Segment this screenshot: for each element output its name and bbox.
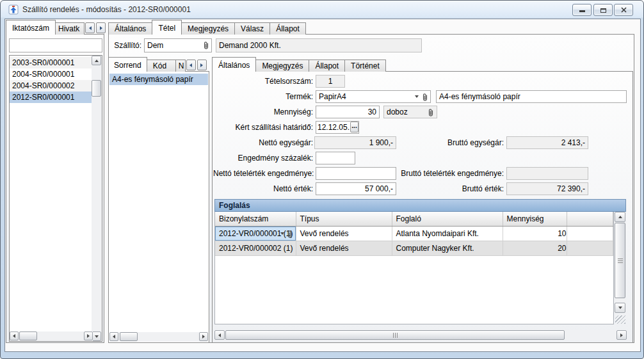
item-tab-scroll-right-button[interactable] [197,60,207,70]
scroll-right-button[interactable] [84,331,93,340]
detail-tab-megjegyzes[interactable]: Megjegyzés [255,60,309,72]
netto-ertek-label: Nettó érték: [213,182,313,195]
hatarido-wrap: ... [316,121,359,134]
col-empty [567,212,613,226]
attachment-icon[interactable] [287,230,293,239]
table-row[interactable]: 2012-VR0/000001 (1) Vevő rendelés Atlant… [215,226,613,241]
dropdown-icon [280,232,284,235]
termek-combo[interactable]: PapirA4 [316,90,431,103]
mennyiseg-cell[interactable]: 10 [503,226,567,241]
detail-tab-altalanos[interactable]: Általános [212,57,256,72]
netto-egysegar-field: 1 900,- [314,136,396,149]
tab-nev[interactable]: N [175,60,186,72]
arrow-down-icon [618,307,622,309]
left-list-hscrollbar [10,331,93,341]
left-panel: 2003-SR0/000001 2004-SR0/000001 2004-SR0… [6,34,104,343]
hatarido-label: Kért szállítási határidő: [213,121,313,134]
scroll-left-button[interactable] [214,330,225,340]
attachment-icon[interactable] [428,108,434,117]
foglalo-cell[interactable]: Computer Nagyker Kft. [392,241,503,255]
scroll-down-button[interactable] [615,303,625,313]
tab-iktatoszam[interactable]: Iktatószám [6,20,56,35]
netto-tetelertek-input[interactable] [316,167,396,180]
brutto-egysegar-label: Bruttó egységár: [385,136,504,149]
title-bar: Szállító rendelés - módosítás - 2012-SR0… [1,1,643,19]
mennyiseg-input[interactable] [316,106,380,118]
tipus-cell[interactable]: Vevő rendelés [296,226,392,241]
scroll-up-button[interactable] [615,212,625,222]
detail-hscrollbar [214,330,627,340]
tab-tetel[interactable]: Tétel [152,20,182,35]
arrow-left-icon [218,333,221,337]
tab-valasz[interactable]: Válasz [234,22,270,35]
resize-grip[interactable] [615,315,625,324]
vscroll-thumb[interactable] [615,223,625,298]
scroll-right-button[interactable] [616,330,627,340]
empty-cell [567,226,613,241]
supplier-code-input[interactable] [144,38,212,52]
col-bizonylatszam[interactable]: Bizonylatszám [215,212,296,226]
hscroll-thumb[interactable] [19,331,37,340]
brutto-ertek-label: Bruttó érték: [385,182,504,195]
bizonylatszam-cell-editor[interactable]: 2012-VR0/000001 (1) [215,226,296,241]
tab-sorrend[interactable]: Sorrend [108,57,147,72]
iktatoszam-filter-input[interactable] [9,38,102,52]
brutto-ertek-field: 72 390,- [506,182,588,195]
list-item-selected[interactable]: 2012-SR0/000001 [10,92,92,103]
foglalas-table: Bizonylatszám Típus Foglaló Mennyiség 20… [214,212,614,324]
tab-megjegyzes[interactable]: Megjegyzés [181,22,235,35]
col-tipus[interactable]: Típus [296,212,392,226]
arrow-right-icon [620,333,623,337]
engedmeny-label: Engedmény százalék: [213,152,313,164]
tipus-cell[interactable]: Vevő rendelés [296,241,392,255]
list-item[interactable]: 2004-SR0/000001 [10,68,92,80]
left-tab-strip: Iktatószám Hivatk [6,20,106,35]
scroll-up-button[interactable] [92,56,101,65]
engedmeny-input[interactable] [316,152,355,164]
item-list-hscrollbar [109,332,208,342]
arrow-left-icon [113,335,115,339]
restore-button[interactable] [593,4,613,16]
netto-ertek-input[interactable] [316,182,396,195]
scroll-down-button[interactable] [92,331,101,341]
arrow-up-icon [95,60,99,62]
hscroll-thumb[interactable] [120,332,138,341]
tab-hivatkozas[interactable]: Hivatk [55,22,85,35]
scroll-left-button[interactable] [109,332,118,341]
table-row[interactable]: 2012-VR0/000002 (1) Vevő rendelés Comput… [215,241,613,255]
tab-altalanos[interactable]: Általános [108,22,152,35]
col-mennyiseg[interactable]: Mennyiség [503,212,567,226]
mennyiseg-label: Mennyiség: [213,106,313,118]
date-picker-button[interactable]: ... [350,122,358,132]
bizonylatszam-cell[interactable]: 2012-VR0/000002 (1) [215,241,296,255]
attachment-icon[interactable] [422,93,428,102]
scroll-left-button[interactable] [10,331,19,340]
hscroll-thumb[interactable] [225,330,565,340]
attachment-icon[interactable] [203,41,209,50]
list-item[interactable]: 2003-SR0/000001 [10,57,92,68]
scroll-right-button[interactable] [199,332,208,341]
detail-tab-tortenet[interactable]: Történet [344,60,386,72]
tab-scroll-right-button[interactable] [96,22,106,33]
arrow-right-icon [87,334,90,338]
tab-allapot[interactable]: Állapot [270,22,306,35]
item-tab-scroll-left-button[interactable] [186,60,196,70]
termek-name-field: A4-es fénymásoló papír [436,90,627,103]
detail-tab-allapot[interactable]: Állapot [309,60,345,72]
close-button[interactable] [614,4,633,16]
unit-field: doboz [383,106,437,118]
termek-code: PapirA4 [319,92,346,101]
main-tab-strip: Általános Tétel Megjegyzés Válasz Állapo… [108,20,305,35]
mennyiseg-cell[interactable]: 20 [503,241,567,255]
tetelsorszam-field: 1 [316,75,345,88]
tab-scroll-left-button[interactable] [85,22,95,33]
list-item[interactable]: 2004-SR0/000002 [10,80,92,92]
thumb-grip [393,333,398,338]
app-window: Szállító rendelés - módosítás - 2012-SR0… [0,0,644,359]
tab-kod[interactable]: Kód [147,60,176,72]
col-foglalo[interactable]: Foglaló [392,212,503,226]
minimize-button[interactable] [572,4,592,16]
foglalo-cell[interactable]: Atlanta Nyomdaipari Kft. [392,226,503,241]
vscroll-thumb[interactable] [92,80,101,97]
item-list-item-selected[interactable]: A4-es fénymásoló papír [109,74,208,85]
